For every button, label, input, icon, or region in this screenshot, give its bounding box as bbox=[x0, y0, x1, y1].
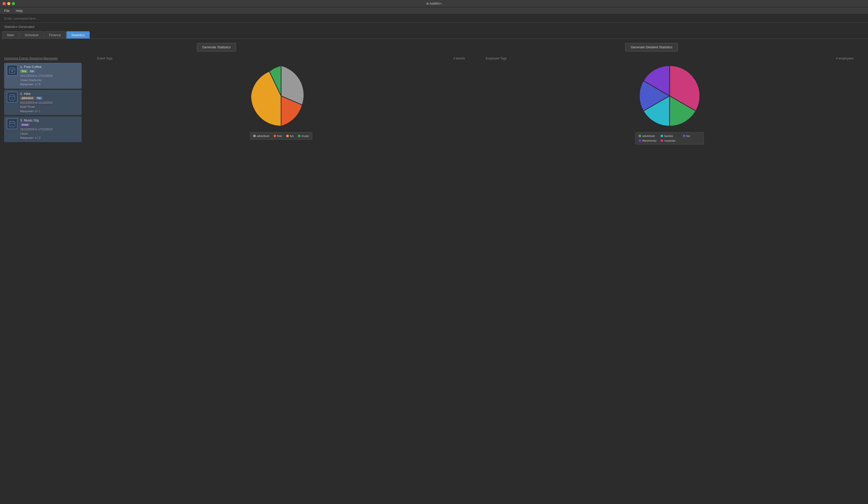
event-item-1[interactable]: 1. Free Coffee free fun 16/11/2019 to 17… bbox=[4, 63, 82, 89]
event-icon-2 bbox=[7, 92, 18, 103]
titlebar: ⊕ AddMin+ bbox=[0, 0, 868, 7]
toolbar: Generate Statistics Generate Detailed St… bbox=[4, 43, 864, 51]
maximize-button[interactable] bbox=[12, 2, 15, 5]
svg-marker-10 bbox=[12, 98, 13, 99]
legend-dot-barista bbox=[661, 135, 663, 137]
legend-item-fun-emp: fun bbox=[683, 134, 701, 138]
titlebar-buttons bbox=[3, 2, 15, 5]
event-manpower-2: Manpower: 0 / 1 bbox=[20, 109, 79, 113]
event-tags-2: adventure fun bbox=[20, 97, 79, 100]
chart-header-employees: Employee Tags # employees bbox=[475, 57, 864, 60]
event-location-2: Bukit Timah bbox=[20, 105, 79, 109]
command-input[interactable] bbox=[4, 17, 864, 20]
chart2-header-right: # employees bbox=[836, 57, 854, 60]
chart-section-events: Event Tags # events bbox=[87, 57, 475, 140]
svg-rect-6 bbox=[10, 94, 15, 100]
tag-fun-2: fun bbox=[36, 97, 42, 100]
legend-label-music: music bbox=[301, 134, 309, 138]
legend-label-barista: barista bbox=[664, 134, 673, 138]
event-icon-1 bbox=[7, 65, 18, 76]
status-text: Statistics Generated bbox=[4, 25, 34, 29]
tabs: Main Schedule Finance Statistics bbox=[0, 30, 868, 39]
event-details-1: 1. Free Coffee free fun 16/11/2019 to 17… bbox=[20, 65, 79, 87]
minimize-button[interactable] bbox=[7, 2, 10, 5]
event-item-3[interactable]: 3. Music Gig music 16/12/2019 to 17/12/2… bbox=[4, 116, 82, 142]
chart2-legend: adventure barista fun likesmoney bbox=[635, 132, 704, 144]
legend-dot-musician bbox=[661, 139, 663, 142]
svg-rect-11 bbox=[10, 121, 15, 127]
event-date-2: 10/12/2019 to 11/12/2019 bbox=[20, 101, 79, 105]
legend-dot-adventure-emp bbox=[639, 135, 641, 137]
chart-section-employees: Employee Tags # employees bbox=[475, 57, 864, 144]
tab-content-statistics: Generate Statistics Generate Detailed St… bbox=[0, 39, 868, 504]
charts-area: Event Tags # events bbox=[82, 57, 864, 501]
close-button[interactable] bbox=[3, 2, 6, 5]
legend-label-likesmoney: likesmoney bbox=[642, 139, 657, 142]
event-tags-3: music bbox=[20, 123, 79, 127]
legend-dot-fun-emp bbox=[683, 135, 685, 137]
event-name-2: 2. Hike bbox=[20, 92, 79, 95]
tab-schedule[interactable]: Schedule bbox=[20, 31, 43, 39]
legend-item-free: free bbox=[273, 134, 282, 138]
tab-main[interactable]: Main bbox=[2, 31, 19, 39]
app-title: ⊕ AddMin+ bbox=[426, 2, 442, 6]
event-tags-1: free fun bbox=[20, 70, 79, 73]
legend-label-musician: musician bbox=[664, 139, 675, 142]
pie-chart-employees bbox=[636, 62, 703, 130]
chart1-legend: adventure free fun music bbox=[250, 132, 312, 140]
legend-item-musician: musician bbox=[661, 139, 679, 142]
legend-item-adventure-emp: adventure bbox=[639, 134, 657, 138]
chart-header-events: Event Tags # events bbox=[87, 57, 475, 60]
legend-label-fun: fun bbox=[290, 134, 294, 138]
legend-item-fun: fun bbox=[286, 134, 294, 138]
status-bar: Statistics Generated bbox=[0, 23, 868, 30]
legend-dot-fun bbox=[286, 135, 289, 137]
svg-marker-15 bbox=[12, 124, 13, 125]
legend-label-adventure: adventure bbox=[257, 134, 269, 138]
tag-adventure: adventure bbox=[20, 97, 34, 100]
event-manpower-1: Manpower: 2 / 5 bbox=[20, 82, 79, 87]
event-location-3: Utown bbox=[20, 132, 79, 136]
chart1-header-right: # events bbox=[453, 57, 465, 60]
event-name-3: 3. Music Gig bbox=[20, 118, 79, 122]
section-title: Upcoming Events Requiring Manpower bbox=[4, 57, 82, 60]
tag-music: music bbox=[20, 123, 30, 127]
event-icon-3 bbox=[7, 118, 18, 129]
event-manpower-3: Manpower: 1 / 2 bbox=[20, 136, 79, 140]
legend-label-fun-emp: fun bbox=[686, 134, 690, 138]
tag-fun: fun bbox=[29, 70, 35, 73]
menubar: File Help bbox=[0, 7, 868, 14]
pie-chart-events bbox=[247, 62, 315, 130]
legend-item-music: music bbox=[298, 134, 309, 138]
generate-stats-button[interactable]: Generate Statistics bbox=[197, 43, 236, 51]
legend-dot-adventure bbox=[253, 135, 256, 137]
legend-item-likesmoney: likesmoney bbox=[639, 139, 657, 142]
tag-free: free bbox=[20, 70, 28, 73]
legend-label-adventure-emp: adventure bbox=[642, 134, 655, 138]
legend-dot-likesmoney bbox=[639, 139, 641, 142]
event-details-3: 3. Music Gig music 16/12/2019 to 17/12/2… bbox=[20, 118, 79, 140]
event-date-3: 16/12/2019 to 17/12/2019 bbox=[20, 127, 79, 132]
tab-statistics[interactable]: Statistics bbox=[66, 31, 90, 39]
legend-item-barista: barista bbox=[661, 134, 679, 138]
event-item-2[interactable]: 2. Hike adventure fun 10/12/2019 to 11/1… bbox=[4, 90, 82, 115]
menu-help[interactable]: Help bbox=[15, 8, 24, 13]
generate-detailed-stats-button[interactable]: Generate Detailed Statistics bbox=[625, 43, 678, 51]
chart1-header-left: Event Tags bbox=[97, 57, 112, 60]
legend-item-adventure: adventure bbox=[253, 134, 269, 138]
event-details-2: 2. Hike adventure fun 10/12/2019 to 11/1… bbox=[20, 92, 79, 113]
left-panel: Upcoming Events Requiring Manpower bbox=[4, 57, 82, 501]
main-layout: Upcoming Events Requiring Manpower bbox=[4, 57, 864, 501]
menu-file[interactable]: File bbox=[3, 8, 11, 13]
command-bar bbox=[0, 14, 868, 23]
chart2-header-left: Employee Tags bbox=[486, 57, 507, 60]
legend-dot-free bbox=[273, 135, 276, 137]
event-date-1: 16/11/2019 to 17/11/2019 bbox=[20, 74, 79, 78]
svg-rect-0 bbox=[10, 68, 15, 73]
legend-label-free: free bbox=[277, 134, 282, 138]
event-name-1: 1. Free Coffee bbox=[20, 65, 79, 69]
svg-point-5 bbox=[12, 70, 13, 72]
charts-row: Event Tags # events bbox=[87, 57, 864, 501]
legend-dot-music bbox=[298, 135, 300, 137]
tab-finance[interactable]: Finance bbox=[44, 31, 65, 39]
